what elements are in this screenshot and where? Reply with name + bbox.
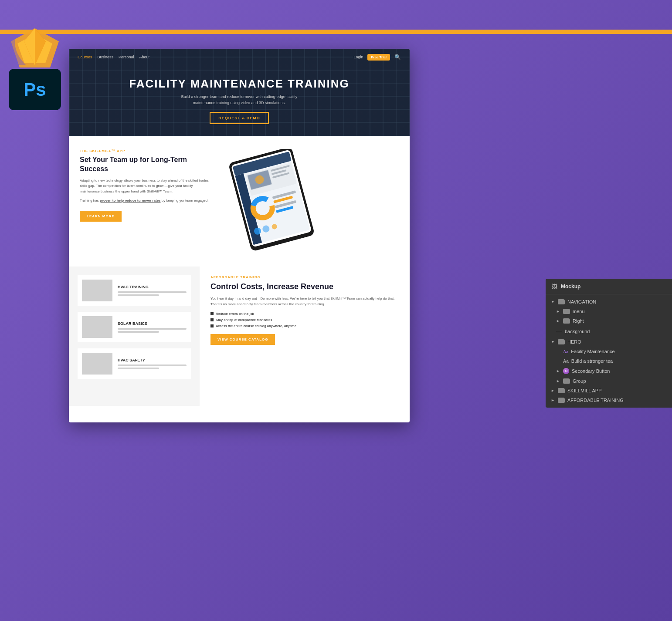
expand-arrow-icon: ► xyxy=(556,369,560,373)
course-line xyxy=(118,291,187,293)
layer-secondary-button[interactable]: ► ↻ Secondary Button xyxy=(546,366,672,376)
folder-icon xyxy=(558,388,565,393)
layers-title: Mockup xyxy=(561,284,580,290)
app-heading: Set Your Team up for Long-Term Success xyxy=(80,155,210,174)
bullet-square xyxy=(210,312,214,315)
course-line-short xyxy=(118,294,159,296)
course-thumb-1 xyxy=(82,280,112,301)
affordable-body: You hear it day-in and day-out—Do more w… xyxy=(210,296,399,307)
expand-arrow-icon: ► xyxy=(551,398,555,402)
layer-label: Right xyxy=(573,318,667,324)
layer-build-stronger[interactable]: ► Aa Build a stronger tea xyxy=(546,356,672,366)
layer-background[interactable]: — background xyxy=(546,326,672,337)
text-type-icon: Aa xyxy=(563,349,568,354)
course-thumb-2 xyxy=(82,316,112,338)
folder-icon xyxy=(558,339,565,344)
dash-icon: — xyxy=(556,328,562,335)
bullet-list: Reduce errors on the job Stay on top of … xyxy=(210,312,399,328)
app-text: THE SKILLMILL™ APP Set Your Team up for … xyxy=(80,149,210,253)
course-thumb-3 xyxy=(82,353,112,375)
folder-icon xyxy=(563,318,570,324)
bullet-item-3: Access the entire course catalog anywher… xyxy=(210,324,399,328)
app-section: THE SKILLMILL™ APP Set Your Team up for … xyxy=(69,136,410,267)
course-item-safety[interactable]: HVAC SAFETY xyxy=(78,348,191,379)
component-icon: ↻ xyxy=(563,368,569,374)
request-demo-button[interactable]: REQUEST A DEMO xyxy=(210,112,268,124)
photoshop-icon: Ps xyxy=(9,69,61,110)
bullet-square xyxy=(210,324,214,327)
course-title-2: SOLAR BASICS xyxy=(118,321,187,326)
layer-group[interactable]: ► Group xyxy=(546,376,672,386)
learn-more-button[interactable]: LEARN MORE xyxy=(80,211,122,222)
layer-label: menu xyxy=(573,309,667,314)
layer-affordable-training[interactable]: ► AFFORDABLE TRAINING xyxy=(546,395,672,405)
course-item-hvac[interactable]: HVAC TRAINING xyxy=(78,275,191,306)
folder-icon xyxy=(558,299,565,304)
search-icon[interactable]: 🔍 xyxy=(394,54,401,60)
app-tag: THE SKILLMILL™ APP xyxy=(80,149,210,153)
hero-content: FACILITY MAINTENANCE TRAINING Build a st… xyxy=(129,61,349,124)
bottom-section: HVAC TRAINING SOLAR BASICS xyxy=(69,267,410,406)
layer-label: HERO xyxy=(567,339,667,344)
layers-panel: 🖼 Mockup ▼ NAVIGATION ► menu ► Right — b… xyxy=(546,279,672,408)
layer-label: Build a stronger tea xyxy=(571,358,667,364)
hero-title: FACILITY MAINTENANCE TRAINING xyxy=(129,77,349,91)
expand-arrow-icon: ► xyxy=(556,319,560,323)
nav-login[interactable]: Login xyxy=(353,55,363,59)
affordable-heading: Control Costs, Increase Revenue xyxy=(210,282,399,292)
course-info-2: SOLAR BASICS xyxy=(118,321,187,333)
expand-arrow-icon: ▼ xyxy=(551,340,555,344)
layer-right[interactable]: ► Right xyxy=(546,316,672,326)
course-title-3: HVAC SAFETY xyxy=(118,358,187,362)
course-line-short xyxy=(118,331,159,333)
view-catalog-button[interactable]: VIEW COURSE CATALOG xyxy=(210,334,275,345)
app-body-2-bold: proven to help reduce turnover rates xyxy=(100,199,161,202)
layer-navigation[interactable]: ▼ NAVIGATION xyxy=(546,297,672,307)
monitor-icon: 🖼 xyxy=(552,283,557,290)
app-body-2-end: by keeping yor team engaged. xyxy=(162,199,209,202)
website-mockup: Courses Business Personal About Login Fr… xyxy=(69,49,410,422)
layer-hero[interactable]: ▼ HERO xyxy=(546,337,672,347)
expand-arrow-icon: ► xyxy=(556,309,560,314)
course-lines-1 xyxy=(118,291,187,296)
nav-courses[interactable]: Courses xyxy=(78,55,92,59)
bullet-square xyxy=(210,318,214,321)
course-lines-3 xyxy=(118,364,187,369)
course-line-short xyxy=(118,368,159,369)
ps-text: Ps xyxy=(24,79,46,100)
expand-arrow-icon: ► xyxy=(556,379,560,383)
app-body-2-text: Training has xyxy=(80,199,99,202)
layers-header: 🖼 Mockup xyxy=(546,279,672,294)
layer-label: background xyxy=(565,329,667,334)
text-type-icon-gray: Aa xyxy=(563,359,569,364)
nav-personal[interactable]: Personal xyxy=(119,55,134,59)
nav-links: Courses Business Personal About xyxy=(78,55,149,59)
expand-arrow-icon: ► xyxy=(551,388,555,393)
layer-label: NAVIGATION xyxy=(567,299,667,304)
expand-arrow-icon: ▼ xyxy=(551,300,555,304)
sketch-icon xyxy=(9,26,61,74)
course-info-1: HVAC TRAINING xyxy=(118,285,187,296)
nav-business[interactable]: Business xyxy=(98,55,114,59)
course-item-solar[interactable]: SOLAR BASICS xyxy=(78,312,191,342)
course-list: HVAC TRAINING SOLAR BASICS xyxy=(69,267,200,406)
layer-skillmill-app[interactable]: ► SKILLMILL APP xyxy=(546,386,672,395)
layer-label: SKILLMILL APP xyxy=(567,388,667,393)
bullet-text-2: Stay on top of compliance standards xyxy=(216,318,272,322)
layer-label: AFFORDABLE TRAINING xyxy=(567,398,667,403)
app-body-1: Adapting to new technology allows your b… xyxy=(80,178,210,195)
nav-free-trial-button[interactable]: Free Trial xyxy=(367,54,390,61)
folder-icon xyxy=(563,378,570,384)
course-info-3: HVAC SAFETY xyxy=(118,358,187,369)
layer-menu[interactable]: ► menu xyxy=(546,307,672,316)
layer-facility-maintenance[interactable]: ► Aa Facility Maintenance xyxy=(546,347,672,356)
tablet-illustration xyxy=(226,149,317,253)
folder-icon xyxy=(563,309,570,314)
nav-about[interactable]: About xyxy=(139,55,150,59)
course-lines-2 xyxy=(118,328,187,333)
affordable-section: AFFORDABLE TRAINING Control Costs, Incre… xyxy=(200,267,410,406)
orange-bar xyxy=(0,30,672,34)
course-line xyxy=(118,364,187,366)
layer-label: Secondary Button xyxy=(572,368,667,374)
hero-subtitle: Build a stronger team and reduce turnove… xyxy=(170,94,309,106)
